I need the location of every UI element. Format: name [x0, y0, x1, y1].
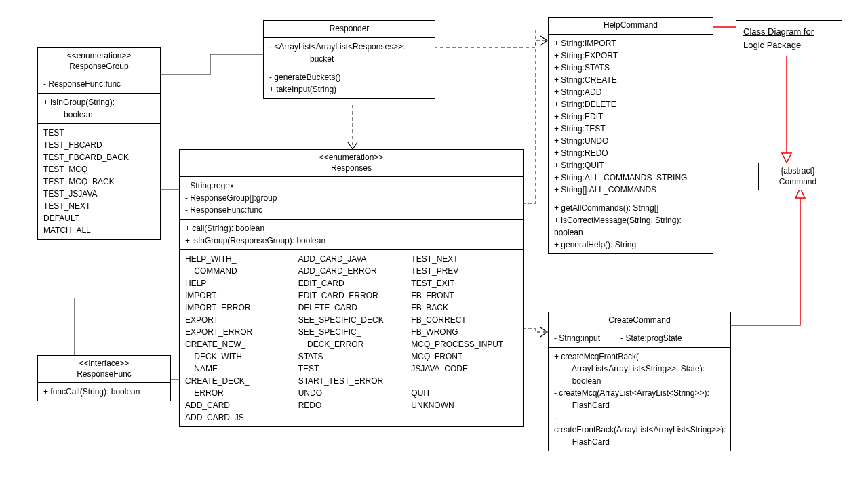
responses-col3: TEST_NEXTTEST_PREVTEST_EXITFB_FRONTFB_BA…	[411, 253, 517, 424]
responses-col1: HELP_WITH_ COMMANDHELPIMPORTIMPORT_ERROR…	[185, 253, 292, 424]
command-abstract: {abstract} Command	[758, 163, 837, 190]
responses-name: Responses	[184, 163, 519, 174]
responsegroup-values: TESTTEST_FBCARDTEST_FBCARD_BACKTEST_MCQT…	[38, 124, 160, 239]
responses-attrs: - String:regex- ResponseGroup[]:group- R…	[180, 177, 523, 220]
createcommand-class: CreateCommand - String:input - State:pro…	[548, 312, 731, 451]
responses-ops: + call(String): boolean+ isInGroup(Respo…	[180, 220, 523, 250]
responder-class: Responder - <ArrayList<ArrayList<Respons…	[263, 20, 435, 99]
svg-marker-0	[782, 153, 791, 163]
responsefunc-interface: <<interface>> ResponseFunc + funcCall(St…	[37, 355, 171, 401]
diagram-title: Class Diagram for Logic Package	[743, 25, 835, 52]
command-stereotype: {abstract}	[763, 166, 833, 177]
responsegroup-stereotype: <<enumeration>>	[42, 51, 156, 62]
responsegroup-ops: + isInGroup(String):	[43, 96, 155, 108]
responsegroup-attrs: - ResponseFunc:func	[38, 75, 160, 94]
responsegroup-class: <<enumeration>> ResponseGroup - Response…	[37, 47, 161, 240]
createcommand-name: CreateCommand	[549, 312, 730, 329]
responder-name: Responder	[264, 21, 435, 38]
responses-col2: ADD_CARD_JAVAADD_CARD_ERROREDIT_CARDEDIT…	[298, 253, 405, 424]
createcommand-attr1: - String:input	[554, 332, 600, 344]
createcommand-attr2: - State:progState	[620, 332, 682, 344]
diagram-title-box: Class Diagram for Logic Package	[736, 20, 842, 56]
responsegroup-name: ResponseGroup	[42, 62, 156, 73]
responder-attr-l1: - <ArrayList<ArrayList<Responses>>:	[269, 41, 429, 53]
responses-class: <<enumeration>> Responses - String:regex…	[179, 149, 524, 427]
responsegroup-ops-ret: boolean	[43, 108, 155, 121]
helpcommand-name: HelpCommand	[549, 18, 713, 35]
responsefunc-stereotype: <<interface>>	[42, 359, 166, 369]
command-name: Command	[763, 177, 833, 188]
createcommand-ops: + createMcqFrontBack( ArrayList<ArrayLis…	[549, 348, 730, 451]
helpcommand-ops: + getAllCommands(): String[]+ isCorrectM…	[549, 199, 713, 253]
responses-stereotype: <<enumeration>>	[184, 152, 519, 163]
responsefunc-name: ResponseFunc	[42, 369, 166, 380]
responsefunc-ops: + funcCall(String): boolean	[38, 383, 170, 401]
helpcommand-class: HelpCommand + String:IMPORT+ String:EXPO…	[548, 17, 713, 254]
responder-op1: - generateBuckets()	[269, 71, 429, 83]
responder-attr-l2: bucket	[269, 53, 429, 65]
responder-op2: + takeInput(String)	[269, 83, 429, 96]
helpcommand-attrs: + String:IMPORT+ String:EXPORT+ String:S…	[549, 35, 713, 199]
